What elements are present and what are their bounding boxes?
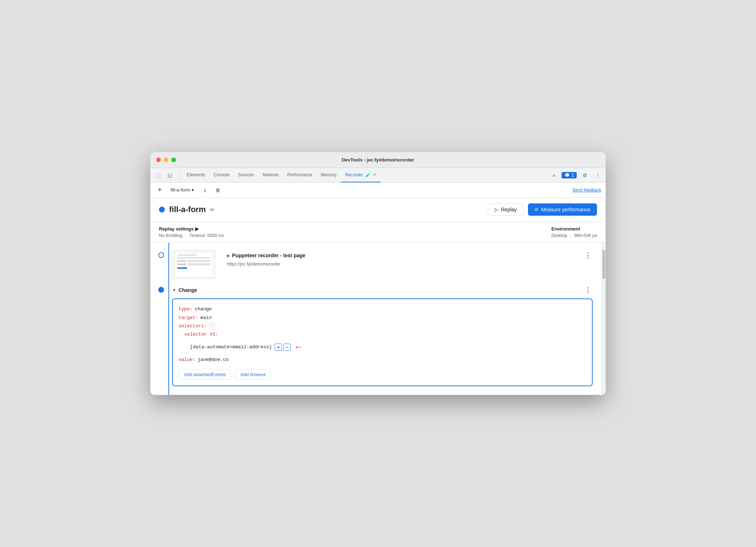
- selector-buttons: + −: [275, 344, 291, 351]
- tab-network[interactable]: Network: [258, 168, 283, 182]
- add-asserted-events-button[interactable]: Add assertedEvents: [179, 369, 231, 380]
- thumb-label2: [177, 264, 186, 265]
- edit-name-icon[interactable]: ✏: [210, 206, 215, 213]
- env-type: Desktop: [551, 233, 567, 238]
- replay-button[interactable]: ▷ Replay: [488, 203, 524, 216]
- tabs-more-group: » 💬 1 ⚙ ⋮: [549, 170, 603, 180]
- minimize-button[interactable]: [164, 158, 168, 162]
- recording-selector[interactable]: fill-a-form ▾: [168, 186, 197, 194]
- timeout-label: Timeout: 5000 ms: [189, 233, 224, 238]
- maximize-button[interactable]: [171, 158, 176, 162]
- devtools-icon-group: ⬚ ◱: [153, 170, 175, 180]
- selector-pick-icon[interactable]: ⬚: [209, 323, 216, 330]
- tab-performance[interactable]: Performance: [283, 168, 317, 182]
- timeline-line: [168, 243, 169, 395]
- title-bar: DevTools - jec.fyi/demo/recorder: [150, 152, 606, 168]
- replay-settings-title[interactable]: Replay settings ▶: [159, 226, 224, 232]
- change-code-block: type: change target: main: [172, 298, 593, 386]
- environment-group: Environment Desktop | 960×546 px: [551, 226, 597, 238]
- code-selector-val-line: [data-automate=email-address] + − ←: [179, 339, 586, 356]
- tab-elements[interactable]: Elements: [182, 168, 209, 182]
- recorder-tab-icon: 🧪: [365, 172, 371, 177]
- selector-num-key: selector #1:: [184, 330, 218, 339]
- throttling-label: No throttling: [159, 233, 182, 238]
- chat-icon: 💬: [564, 173, 570, 178]
- tab-console[interactable]: Console: [209, 168, 234, 182]
- settings-expand-icon: ▶: [195, 226, 199, 232]
- arrow-right-icon: ←: [296, 339, 301, 356]
- tab-memory[interactable]: Memory: [317, 168, 341, 182]
- chevron-down-icon: ▾: [192, 187, 194, 193]
- selector-value-text: [data-automate=email-address]: [190, 343, 272, 351]
- target-val: main: [201, 314, 212, 322]
- thumb-button: [177, 267, 187, 269]
- step-navigate: ▶ Puppeteer recorder - test page ⋮ https…: [150, 243, 601, 285]
- device-icon[interactable]: ◱: [165, 170, 175, 180]
- window-title: DevTools - jec.fyi/demo/recorder: [342, 157, 414, 163]
- change-expand-icon[interactable]: ▼: [172, 288, 176, 293]
- code-type-line: type: change: [179, 305, 586, 313]
- remove-selector-button[interactable]: −: [283, 344, 291, 351]
- more-tabs-button[interactable]: »: [549, 170, 559, 180]
- change-header-row: ▼ Change ⋮: [172, 285, 593, 296]
- replay-settings-label: Replay settings: [159, 226, 194, 232]
- code-selector-num-line: selector #1:: [179, 330, 586, 339]
- scrollbar-thumb[interactable]: [602, 250, 605, 279]
- close-button[interactable]: [156, 158, 161, 162]
- add-timeout-button[interactable]: Add timeout: [235, 369, 271, 380]
- cursor-icon[interactable]: ⬚: [153, 170, 163, 180]
- measure-performance-button[interactable]: ⟳ Measure performance: [528, 203, 597, 216]
- recorder-tab-content: Recorder 🧪 ✕: [345, 172, 376, 177]
- recording-status-dot: [159, 207, 165, 212]
- replay-settings-group: Replay settings ▶ No throttling | Timeou…: [159, 226, 224, 238]
- export-button[interactable]: ⤓: [200, 185, 210, 195]
- change-title: Change: [179, 287, 197, 293]
- recording-name-label: fill-a-form: [171, 187, 190, 193]
- step2-dot: [158, 287, 164, 293]
- measure-label: Measure performance: [541, 207, 590, 212]
- chat-badge[interactable]: 💬 1: [562, 172, 577, 178]
- add-selector-button[interactable]: +: [275, 344, 282, 351]
- step1-expand-icon[interactable]: ▶: [227, 254, 230, 258]
- add-recording-button[interactable]: +: [155, 185, 165, 195]
- settings-separator: |: [185, 233, 186, 238]
- step1-content: ▶ Puppeteer recorder - test page ⋮ https…: [172, 250, 593, 279]
- devtools-tab-bar: ⬚ ◱ Elements Console Sources Network Per…: [150, 168, 606, 182]
- value-key: value:: [179, 356, 196, 364]
- recorder-tab-label: Recorder: [345, 172, 363, 177]
- action-buttons-row: Add assertedEvents Add timeout: [179, 369, 586, 380]
- settings-icon[interactable]: ⚙: [580, 170, 590, 180]
- recorder-close-icon[interactable]: ✕: [373, 172, 376, 177]
- target-key: target:: [179, 314, 198, 322]
- code-block-row: type: change target: main: [172, 298, 593, 386]
- more-options-icon[interactable]: ⋮: [593, 170, 603, 180]
- env-separator: |: [570, 233, 571, 238]
- tab-sources[interactable]: Sources: [234, 168, 258, 182]
- type-val: change: [195, 305, 212, 313]
- code-value-line: value: jane@doe.co: [179, 356, 586, 364]
- chat-count: 1: [571, 173, 574, 178]
- tab-recorder[interactable]: Recorder 🧪 ✕: [341, 168, 380, 182]
- scrollbar[interactable]: [601, 243, 606, 395]
- step1-dot: [158, 252, 164, 258]
- send-feedback-link[interactable]: Send feedback: [572, 188, 601, 193]
- steps-scroll-area: ▶ Puppeteer recorder - test page ⋮ https…: [150, 243, 601, 395]
- recording-title-group: fill-a-form ✏: [159, 205, 215, 214]
- code-target-line: target: main: [179, 314, 586, 322]
- devtools-window: DevTools - jec.fyi/demo/recorder ⬚ ◱ Ele…: [150, 152, 606, 395]
- environment-label: Environment: [551, 226, 580, 232]
- step2-dot-col: [150, 285, 172, 293]
- step1-menu-icon[interactable]: ⋮: [583, 250, 593, 261]
- measure-icon: ⟳: [534, 207, 539, 212]
- replay-settings-detail: No throttling | Timeout: 5000 ms: [159, 233, 224, 238]
- step2-menu-icon[interactable]: ⋮: [583, 285, 593, 296]
- environment-detail: Desktop | 960×546 px: [551, 233, 597, 238]
- recording-header: fill-a-form ✏ ▷ Replay ⟳ Measure perform…: [150, 198, 606, 222]
- settings-section: Replay settings ▶ No throttling | Timeou…: [150, 222, 606, 243]
- steps-container: ▶ Puppeteer recorder - test page ⋮ https…: [150, 243, 606, 395]
- recording-title: fill-a-form: [169, 205, 206, 214]
- step1-thumbnail: [172, 250, 215, 279]
- delete-button[interactable]: 🗑: [213, 185, 223, 195]
- thumbnail-inner: [175, 252, 213, 277]
- thumb-input1: [188, 260, 210, 262]
